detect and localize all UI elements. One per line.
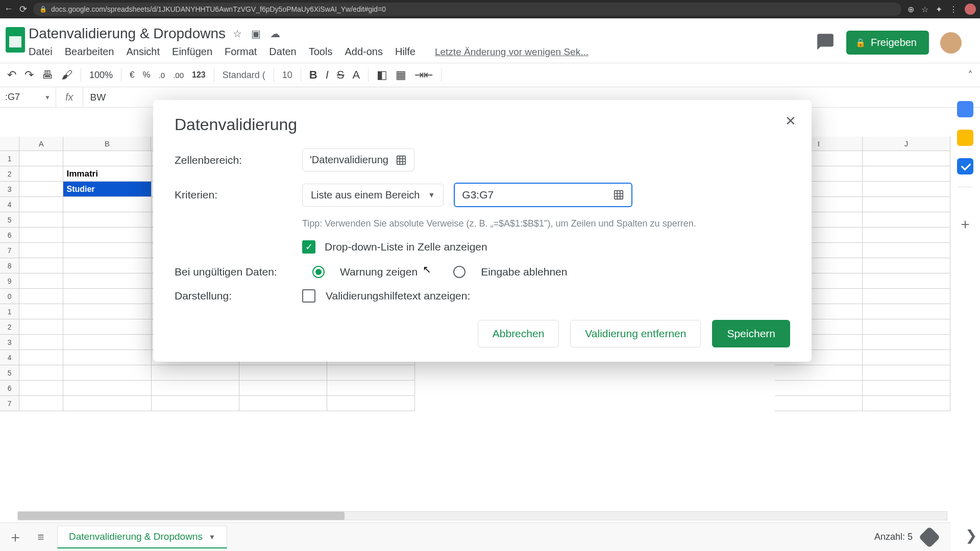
criteria-select[interactable]: Liste aus einem Bereich ▼ <box>302 184 444 207</box>
cell[interactable] <box>863 381 950 396</box>
cell[interactable] <box>327 381 415 396</box>
toolbar-collapse-icon[interactable]: ˄ <box>968 69 973 81</box>
star-doc-icon[interactable]: ☆ <box>233 28 242 40</box>
calendar-icon[interactable] <box>957 101 973 117</box>
range-select-icon[interactable] <box>396 155 407 166</box>
menu-format[interactable]: Format <box>225 46 257 58</box>
cell[interactable] <box>863 258 950 273</box>
horizontal-scrollbar[interactable] <box>17 511 947 520</box>
cell[interactable] <box>239 365 327 381</box>
helptext-checkbox[interactable] <box>302 289 315 303</box>
all-sheets-button[interactable]: ≡ <box>32 531 50 544</box>
print-icon[interactable]: 🖶 <box>42 68 53 82</box>
cellrange-input[interactable]: 'Datenvalidierung <box>302 148 414 171</box>
cell[interactable] <box>63 151 151 166</box>
cloud-status-icon[interactable]: ☁ <box>270 28 280 40</box>
cell[interactable] <box>863 228 950 243</box>
row-header[interactable]: 0 <box>0 289 19 304</box>
radio-reject-input[interactable] <box>453 266 465 278</box>
doc-title[interactable]: Datenvalidierung & Dropdowns <box>29 26 226 42</box>
row-header[interactable]: 1 <box>0 304 19 319</box>
menu-addons[interactable]: Add-ons <box>345 46 383 58</box>
comments-icon[interactable] <box>816 32 835 54</box>
redo-icon[interactable]: ↷ <box>24 68 34 82</box>
add-panel-icon[interactable]: ＋ <box>958 214 972 234</box>
cell[interactable] <box>863 335 950 350</box>
col-header[interactable]: B <box>63 137 151 151</box>
url-bar[interactable]: 🔒 docs.google.com/spreadsheets/d/1JKUDAN… <box>33 3 901 16</box>
criteria-range-input[interactable] <box>454 183 632 207</box>
cell[interactable] <box>863 166 950 182</box>
menu-icon[interactable]: ⋮ <box>949 5 958 14</box>
cell[interactable] <box>863 365 950 381</box>
cell[interactable] <box>19 335 63 350</box>
menu-hilfe[interactable]: Hilfe <box>395 46 415 58</box>
last-edit-link[interactable]: Letzte Änderung vor wenigen Sek... <box>435 46 589 58</box>
sheets-logo[interactable] <box>2 22 29 57</box>
row-header[interactable]: 7 <box>0 243 19 258</box>
browser-avatar[interactable] <box>965 4 976 15</box>
col-header[interactable]: J <box>863 137 950 151</box>
menu-daten[interactable]: Daten <box>269 46 296 58</box>
cell[interactable] <box>63 365 151 381</box>
cell[interactable] <box>19 182 63 197</box>
row-header[interactable]: 3 <box>0 335 19 350</box>
status-count[interactable]: Anzahl: 5 <box>874 532 913 542</box>
cell[interactable] <box>19 228 63 243</box>
zoom-select[interactable]: 100% <box>89 70 113 81</box>
row-header[interactable]: 9 <box>0 273 19 289</box>
menu-tools[interactable]: Tools <box>309 46 333 58</box>
cell[interactable] <box>239 396 327 411</box>
cell[interactable] <box>19 396 63 411</box>
reload-icon[interactable]: ⟳ <box>19 4 27 15</box>
dec-increase-icon[interactable]: .00 <box>173 71 184 80</box>
cell[interactable] <box>63 212 151 228</box>
col-header[interactable]: A <box>19 137 63 151</box>
cell[interactable] <box>863 273 950 289</box>
cell[interactable] <box>152 396 239 411</box>
extension-icon[interactable]: ✦ <box>936 5 942 14</box>
undo-icon[interactable]: ↶ <box>7 68 16 82</box>
row-header[interactable]: 7 <box>0 396 19 411</box>
menu-datei[interactable]: Datei <box>29 46 53 58</box>
tasks-icon[interactable] <box>957 158 973 174</box>
explore-icon[interactable] <box>919 526 940 547</box>
font-size[interactable]: 10 <box>282 70 292 81</box>
zoom-icon[interactable]: ⊕ <box>908 5 914 14</box>
italic-icon[interactable]: I <box>326 68 329 82</box>
cell[interactable] <box>63 289 151 304</box>
cell[interactable] <box>863 350 950 365</box>
side-panel-next-icon[interactable]: ❯ <box>965 527 977 544</box>
cell[interactable] <box>152 365 239 381</box>
text-color-icon[interactable]: A <box>353 68 360 82</box>
cell[interactable] <box>63 228 151 243</box>
cell[interactable] <box>863 243 950 258</box>
cell[interactable] <box>63 243 151 258</box>
save-button[interactable]: Speichern <box>712 320 790 347</box>
menu-bearbeiten[interactable]: Bearbeiten <box>65 46 114 58</box>
cell[interactable] <box>152 381 239 396</box>
menu-ansicht[interactable]: Ansicht <box>126 46 160 58</box>
cell[interactable] <box>19 289 63 304</box>
star-icon[interactable]: ☆ <box>921 5 928 14</box>
row-header[interactable]: 5 <box>0 365 19 381</box>
add-sheet-button[interactable]: ＋ <box>6 528 24 547</box>
cell[interactable] <box>19 243 63 258</box>
row-header[interactable]: 6 <box>0 228 19 243</box>
cell[interactable] <box>863 182 950 197</box>
cell[interactable] <box>19 304 63 319</box>
strike-icon[interactable]: S <box>337 68 345 82</box>
cell[interactable] <box>863 304 950 319</box>
radio-show-warning[interactable] <box>312 266 325 278</box>
fill-color-icon[interactable]: ◧ <box>377 68 387 82</box>
row-header[interactable]: 2 <box>0 319 19 335</box>
cell[interactable] <box>63 197 151 212</box>
cell[interactable]: Studier <box>63 182 151 197</box>
cell[interactable] <box>63 381 151 396</box>
cell[interactable] <box>19 197 63 212</box>
cell[interactable] <box>863 212 950 228</box>
cell[interactable] <box>19 350 63 365</box>
cell[interactable] <box>19 258 63 273</box>
cell[interactable] <box>19 319 63 335</box>
cell[interactable] <box>19 166 63 182</box>
